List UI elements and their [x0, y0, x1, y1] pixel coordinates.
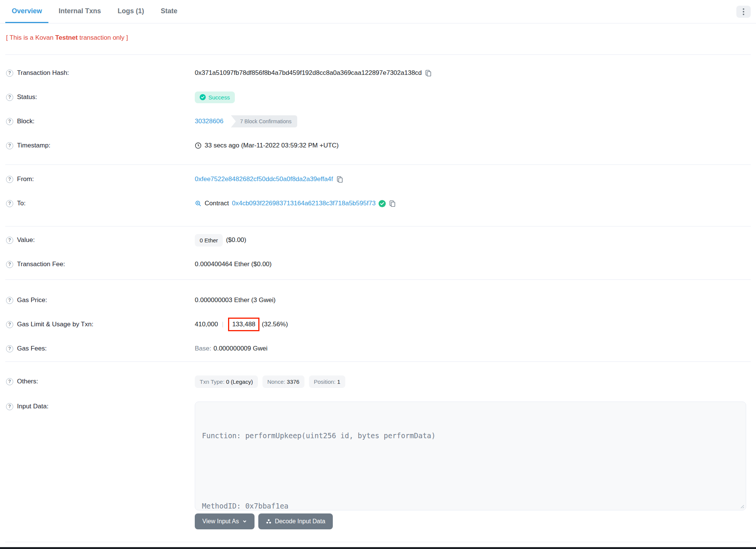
gas-price-value: 0.000000003 Ether (3 Gwei): [195, 296, 276, 304]
row-from: ? From: 0xfee7522e8482682cf50ddc50a0f8da…: [0, 167, 756, 191]
help-icon[interactable]: ?: [6, 118, 13, 125]
row-gas-fees: ? Gas Fees: Base: 0.000000009 Gwei: [0, 337, 756, 361]
value-badge: 0 Ether: [195, 234, 223, 247]
row-transaction-hash: ? Transaction Hash: 0x371a51097fb78df856…: [0, 61, 756, 85]
gas-separator: |: [219, 321, 225, 328]
help-icon[interactable]: ?: [6, 237, 13, 244]
warning-bold: Testnet: [55, 34, 78, 41]
copy-icon: [425, 70, 432, 77]
help-icon[interactable]: ?: [6, 378, 13, 385]
input-actions: View Input As Decode Input Data: [195, 513, 756, 529]
help-icon[interactable]: ?: [6, 142, 13, 149]
copy-transaction-hash-button[interactable]: [425, 70, 432, 77]
position-badge: Position: 1: [309, 375, 345, 388]
gas-limit-label: Gas Limit & Usage by Txn:: [17, 321, 93, 328]
more-options-button[interactable]: [736, 6, 751, 18]
gas-used-annotation-box: 133,488: [228, 318, 259, 331]
value-usd: ($0.00): [226, 236, 246, 244]
gas-fees-base-value: 0.000000009 Gwei: [213, 345, 267, 352]
testnet-warning-section: [ This is a Kovan Testnet transaction on…: [0, 23, 756, 54]
copy-icon: [389, 200, 396, 207]
view-input-as-label: View Input As: [202, 518, 239, 525]
input-data-textarea[interactable]: Function: performUpkeep(uint256 id, byte…: [195, 402, 746, 510]
tab-internal-txns[interactable]: Internal Txns: [52, 0, 107, 23]
tab-logs[interactable]: Logs (1): [111, 0, 151, 23]
clock-icon: [195, 142, 202, 149]
copy-to-address-button[interactable]: [389, 200, 396, 207]
block-confirmations-badge: 7 Block Confirmations: [231, 115, 297, 127]
from-label: From:: [17, 175, 34, 183]
tab-bar: Overview Internal Txns Logs (1) State: [0, 0, 756, 23]
gas-limit-value: 410,000: [195, 321, 218, 328]
tab-overview[interactable]: Overview: [5, 0, 48, 23]
status-badge: Success: [195, 92, 235, 103]
row-input-data: ? Input Data: Function: performUpkeep(ui…: [0, 394, 756, 510]
view-input-as-button[interactable]: View Input As: [195, 513, 255, 529]
decode-input-data-label: Decode Input Data: [275, 518, 325, 525]
copy-from-address-button[interactable]: [336, 176, 343, 183]
txn-type-badge-label: Txn Type:: [200, 378, 225, 385]
row-others: ? Others: Txn Type: 0 (Legacy) Nonce: 33…: [0, 369, 756, 394]
help-icon[interactable]: ?: [6, 200, 13, 207]
to-label: To:: [17, 200, 26, 207]
row-value: ? Value: 0 Ether ($0.00): [0, 228, 756, 252]
footer-bar: [0, 547, 756, 549]
help-icon[interactable]: ?: [6, 70, 13, 77]
nonce-badge-value: 3376: [287, 378, 299, 385]
help-icon[interactable]: ?: [6, 403, 13, 410]
transaction-page: Overview Internal Txns Logs (1) State [ …: [0, 0, 756, 549]
warning-suffix: transaction only ]: [78, 34, 128, 41]
block-number-link[interactable]: 30328606: [195, 118, 224, 125]
section-gas: ? Gas Price: 0.000000003 Ether (3 Gwei) …: [0, 280, 756, 361]
gas-fees-base-label: Base:: [195, 345, 211, 352]
check-circle-icon: [200, 94, 206, 100]
help-icon[interactable]: ?: [6, 176, 13, 183]
transaction-hash-label-group: ? Transaction Hash:: [6, 69, 195, 77]
kebab-menu-icon: [743, 8, 744, 15]
value-label: Value:: [17, 236, 35, 244]
search-plus-icon[interactable]: [195, 200, 202, 207]
timestamp-value: 33 secs ago (Mar-11-2022 03:59:32 PM +UT…: [205, 142, 339, 149]
warning-prefix: [ This is a Kovan: [6, 34, 55, 41]
copy-icon: [336, 176, 343, 183]
transaction-fee-value: 0.000400464 Ether ($0.00): [195, 261, 272, 268]
help-icon[interactable]: ?: [6, 345, 13, 352]
tab-state[interactable]: State: [154, 0, 184, 23]
resize-handle[interactable]: [739, 503, 744, 509]
testnet-warning: [ This is a Kovan Testnet transaction on…: [6, 34, 750, 42]
verified-check-icon: [379, 200, 386, 207]
row-gas-limit-usage: ? Gas Limit & Usage by Txn: 410,000 | 13…: [0, 312, 756, 337]
row-gas-price: ? Gas Price: 0.000000003 Ether (3 Gwei): [0, 288, 756, 312]
others-label: Others:: [17, 378, 38, 385]
chevron-down-icon: [242, 519, 247, 524]
row-status: ? Status: Success: [0, 85, 756, 109]
transaction-fee-label: Transaction Fee:: [17, 261, 65, 268]
to-contract-prefix: Contract: [205, 200, 229, 207]
to-address-link[interactable]: 0x4cb093f226983713164a62138c3f718a5b595f…: [232, 200, 376, 207]
input-function-line: Function: performUpkeep(uint256 id, byte…: [202, 430, 739, 442]
row-timestamp: ? Timestamp: 33 secs ago (Mar-11-2022 03…: [0, 133, 756, 158]
divider: [5, 542, 751, 542]
transaction-hash-value: 0x371a51097fb78df856f8b4a7bd459f192d8cc8…: [195, 69, 422, 77]
gas-fees-label: Gas Fees:: [17, 345, 47, 352]
nonce-badge: Nonce: 3376: [262, 375, 304, 388]
help-icon[interactable]: ?: [6, 94, 13, 101]
timestamp-label: Timestamp:: [17, 142, 50, 149]
section-value-fee: ? Value: 0 Ether ($0.00) ? Transaction F…: [0, 226, 756, 279]
section-others-input: ? Others: Txn Type: 0 (Legacy) Nonce: 33…: [0, 362, 756, 542]
decode-input-data-button[interactable]: Decode Input Data: [258, 513, 333, 529]
input-data-label: Input Data:: [17, 403, 48, 410]
from-address-link[interactable]: 0xfee7522e8482682cf50ddc50a0f8da2a39effa…: [195, 175, 333, 183]
help-icon[interactable]: ?: [6, 261, 13, 268]
help-icon[interactable]: ?: [6, 297, 13, 304]
section-addresses: ? From: 0xfee7522e8482682cf50ddc50a0f8da…: [0, 165, 756, 226]
row-transaction-fee: ? Transaction Fee: 0.000400464 Ether ($0…: [0, 252, 756, 276]
input-method-line: MethodID: 0x7bbaf1ea: [202, 500, 739, 510]
txn-type-badge: Txn Type: 0 (Legacy): [195, 375, 258, 388]
block-label: Block:: [17, 118, 34, 125]
transaction-hash-label: Transaction Hash:: [17, 69, 69, 77]
row-to: ? To: Contract 0x4cb093f226983713164a621…: [0, 191, 756, 216]
section-overview-top: ? Transaction Hash: 0x371a51097fb78df856…: [0, 55, 756, 164]
gas-used-value: 133,488: [232, 321, 255, 328]
help-icon[interactable]: ?: [6, 321, 13, 328]
